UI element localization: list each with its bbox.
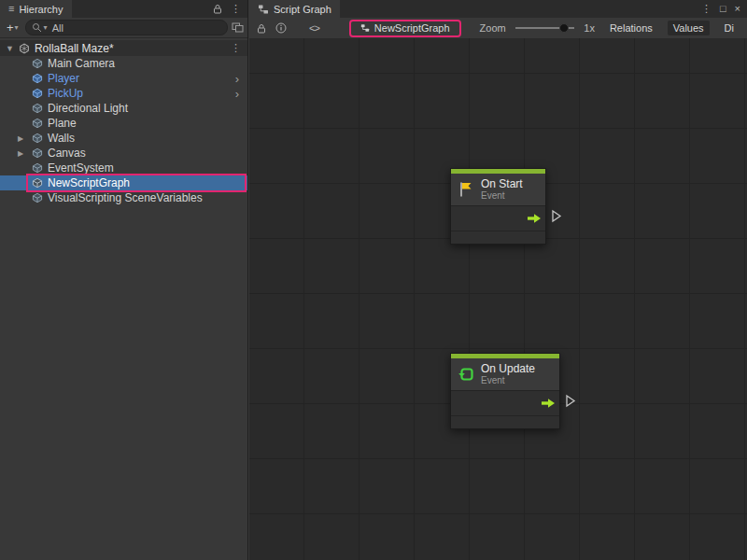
hierarchy-tree: ▼ RollaBall Maze* ⋮ Main Camera Player ›… — [0, 38, 247, 205]
item-label: EventSystem — [48, 161, 114, 175]
gameobject-cube-icon — [32, 192, 43, 203]
item-label: Canvas — [48, 147, 86, 160]
graph-tabstrip: Script Graph ⋮ □ × — [249, 0, 747, 18]
dim-toggle[interactable]: Di — [719, 21, 740, 35]
graph-canvas[interactable]: On Start Event — [249, 38, 747, 560]
item-label: Walls — [48, 132, 75, 145]
node-footer — [451, 415, 559, 428]
on-update-node[interactable]: On Update Event — [450, 353, 560, 429]
expand-triangle-icon[interactable]: ▶ — [18, 149, 23, 158]
gameobject-cube-icon — [32, 162, 43, 174]
code-icon[interactable]: <> — [309, 22, 319, 34]
hierarchy-panel: ≡ Hierarchy ⋮ + ▾ ▾ All — [0, 0, 248, 560]
graph-title-label: NewScriptGraph — [374, 22, 450, 34]
prefab-cube-icon — [32, 73, 43, 84]
hierarchy-item-canvas[interactable]: ▶ Canvas — [0, 146, 247, 161]
hierarchy-item-main-camera[interactable]: Main Camera — [0, 56, 247, 71]
expand-triangle-icon[interactable]: ▶ — [18, 134, 23, 143]
connection-triangle-icon[interactable] — [565, 394, 576, 408]
window-controls: ⋮ □ × — [695, 0, 747, 18]
item-label: Main Camera — [48, 57, 115, 70]
zoom-label: Zoom — [480, 22, 506, 34]
add-gameobject-button[interactable]: + ▾ — [4, 21, 21, 35]
dropdown-caret-icon: ▾ — [15, 23, 19, 32]
loop-icon — [457, 365, 475, 384]
relations-toggle[interactable]: Relations — [604, 21, 658, 35]
node-text: On Start Event — [481, 178, 523, 201]
hierarchy-item-directional-light[interactable]: Directional Light — [0, 101, 247, 116]
hierarchy-scene-row[interactable]: ▼ RollaBall Maze* ⋮ — [0, 40, 247, 56]
hierarchy-item-eventsystem[interactable]: EventSystem — [0, 161, 247, 175]
node-text: On Update Event — [481, 363, 535, 385]
script-graph-asset-icon — [360, 23, 370, 33]
node-subtitle: Event — [481, 190, 523, 201]
unity-scene-icon — [19, 43, 30, 54]
hierarchy-tabstrip: ≡ Hierarchy ⋮ — [0, 0, 247, 18]
search-window-icon[interactable] — [232, 22, 244, 33]
hierarchy-toolbar: + ▾ ▾ All — [0, 18, 247, 38]
gameobject-cube-icon — [32, 147, 43, 159]
script-graph-panel: Script Graph ⋮ □ × <> NewScriptGraph — [249, 0, 747, 560]
hierarchy-item-newscriptgraph[interactable]: NewScriptGraph — [0, 175, 247, 190]
graph-title-button[interactable]: NewScriptGraph — [349, 20, 461, 37]
plus-label: + — [7, 21, 14, 35]
search-filter-caret-icon: ▾ — [44, 23, 48, 32]
graph-tab-icon — [258, 4, 269, 15]
item-label: Plane — [48, 117, 77, 130]
collapse-icon[interactable]: ▼ — [6, 44, 14, 53]
node-port-row — [451, 390, 559, 415]
maximize-icon[interactable]: □ — [720, 4, 726, 14]
flag-icon — [457, 180, 475, 199]
node-header[interactable]: On Update Event — [451, 358, 559, 390]
item-label: Player — [48, 72, 79, 85]
graph-toolbar: <> NewScriptGraph Zoom 1x Relations Valu… — [249, 18, 747, 39]
gameobject-cube-icon — [32, 118, 43, 129]
on-start-node[interactable]: On Start Event — [450, 168, 546, 245]
item-label: PickUp — [48, 87, 83, 100]
kebab-icon[interactable]: ⋮ — [231, 42, 241, 54]
hierarchy-item-visualscripting-scenevariables[interactable]: VisualScripting SceneVariables — [0, 190, 247, 205]
search-text: All — [52, 22, 63, 34]
tab-hierarchy[interactable]: ≡ Hierarchy — [0, 0, 72, 18]
chevron-right-icon[interactable]: › — [235, 88, 239, 100]
gameobject-cube-icon — [32, 58, 43, 69]
zoom-slider[interactable] — [515, 22, 575, 34]
node-subtitle: Event — [481, 375, 535, 385]
values-toggle[interactable]: Values — [668, 21, 710, 35]
output-port-arrow-icon[interactable] — [541, 398, 556, 409]
output-port-arrow-icon[interactable] — [527, 213, 542, 224]
item-label: NewScriptGraph — [48, 176, 130, 189]
kebab-icon[interactable]: ⋮ — [231, 4, 241, 14]
node-port-row — [451, 205, 545, 231]
scene-name: RollaBall Maze* — [35, 42, 114, 55]
close-icon[interactable]: × — [735, 4, 740, 14]
info-icon[interactable] — [275, 22, 287, 34]
hierarchy-search-input[interactable]: ▾ All — [25, 20, 228, 35]
gameobject-cube-icon — [32, 133, 43, 144]
item-label: Directional Light — [48, 102, 128, 115]
item-label: VisualScripting SceneVariables — [48, 191, 203, 204]
prefab-cube-icon — [32, 88, 43, 99]
search-icon — [32, 22, 42, 33]
gameobject-cube-icon — [32, 177, 43, 189]
lock-icon[interactable] — [213, 4, 222, 14]
chevron-right-icon[interactable]: › — [235, 73, 239, 85]
unity-editor-window: ≡ Hierarchy ⋮ + ▾ ▾ All — [0, 0, 747, 560]
hierarchy-tab-label: Hierarchy — [19, 4, 63, 15]
kebab-icon[interactable]: ⋮ — [701, 4, 712, 14]
tab-script-graph[interactable]: Script Graph — [249, 0, 340, 18]
lock-icon[interactable] — [257, 23, 266, 34]
zoom-value: 1x — [584, 22, 595, 34]
hierarchy-item-walls[interactable]: ▶ Walls — [0, 131, 247, 146]
hierarchy-item-player[interactable]: Player › — [0, 71, 247, 86]
graph-tab-label: Script Graph — [274, 4, 331, 15]
zoom-slider-knob[interactable] — [559, 23, 569, 33]
node-title: On Start — [481, 178, 523, 190]
gameobject-cube-icon — [32, 103, 43, 114]
connection-triangle-icon[interactable] — [551, 209, 562, 223]
hierarchy-item-plane[interactable]: Plane — [0, 116, 247, 131]
menu-icon: ≡ — [8, 4, 14, 14]
hierarchy-tab-controls: ⋮ — [206, 0, 247, 18]
node-header[interactable]: On Start Event — [451, 174, 545, 205]
hierarchy-item-pickup[interactable]: PickUp › — [0, 86, 247, 101]
